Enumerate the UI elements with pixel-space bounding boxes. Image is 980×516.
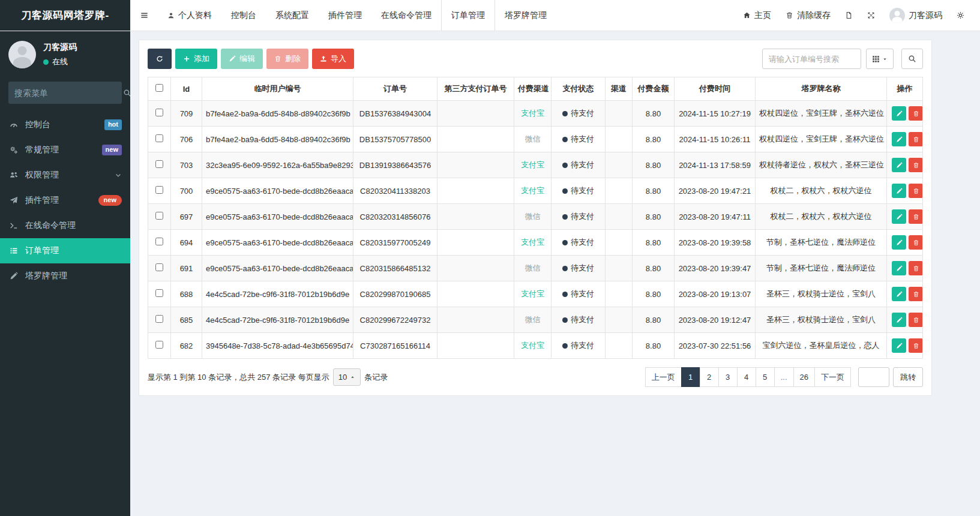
- cell-id: 700: [171, 178, 202, 204]
- sidebar-item-permission[interactable]: 权限管理: [0, 163, 130, 188]
- page-size-dropdown[interactable]: 10: [333, 368, 361, 386]
- user-menu[interactable]: 刀客源码: [882, 8, 949, 23]
- row-edit-button[interactable]: [892, 209, 906, 224]
- row-edit-button[interactable]: [892, 235, 906, 250]
- row-delete-button[interactable]: [909, 184, 923, 198]
- row-checkbox[interactable]: [155, 289, 163, 297]
- table-row: 706b7fe4ae2-ba9a-6dd5-84b8-d89402c36f9bD…: [148, 127, 923, 152]
- row-checkbox[interactable]: [155, 186, 163, 194]
- sidebar-user-name: 刀客源码: [43, 42, 77, 53]
- row-edit-button[interactable]: [892, 184, 906, 198]
- page-button-5[interactable]: 5: [756, 367, 775, 387]
- cell-temp-user-id: e9ce0575-aa63-6170-bede-dcd8b26eaaca: [202, 178, 353, 204]
- topnav-item-order[interactable]: 订单管理: [441, 0, 495, 31]
- page-button-1[interactable]: 1: [681, 367, 700, 387]
- row-checkbox[interactable]: [155, 238, 163, 245]
- cell-operations: [887, 307, 923, 333]
- trash-icon: [274, 55, 281, 62]
- jump-page-input[interactable]: [858, 367, 889, 387]
- row-checkbox[interactable]: [155, 315, 163, 323]
- row-delete-button[interactable]: [909, 106, 923, 121]
- page-button-3[interactable]: 3: [718, 367, 738, 387]
- row-delete-button[interactable]: [909, 313, 923, 327]
- menu-badge: new: [102, 145, 122, 155]
- search-button[interactable]: [901, 49, 923, 69]
- row-checkbox[interactable]: [155, 263, 163, 271]
- page-button-2[interactable]: 2: [700, 367, 719, 387]
- sidebar-item-console[interactable]: 控制台hot: [0, 112, 130, 137]
- select-all-checkbox[interactable]: [155, 84, 163, 92]
- table-header-row: Id临时用户编号订单号第三方支付订单号付费渠道支付状态渠道付费金额付费时间塔罗牌…: [148, 77, 923, 101]
- sidebar-item-label: 控制台: [25, 119, 98, 130]
- topnav-item-system-config[interactable]: 系统配置: [266, 0, 319, 31]
- row-edit-button[interactable]: [892, 261, 906, 275]
- refresh-button[interactable]: [148, 49, 172, 69]
- row-edit-button[interactable]: [892, 313, 906, 327]
- sidebar-item-online-command[interactable]: 在线命令管理: [0, 213, 130, 238]
- clear-cache-button[interactable]: 清除缓存: [778, 10, 838, 21]
- document-icon: [845, 11, 853, 19]
- row-edit-button[interactable]: [892, 338, 906, 353]
- cell-temp-user-id: e9ce0575-aa63-6170-bede-dcd8b26eaaca: [202, 204, 353, 230]
- row-delete-button[interactable]: [909, 287, 923, 301]
- topnav-item-profile[interactable]: 个人资料: [158, 0, 221, 31]
- row-delete-button[interactable]: [909, 235, 923, 250]
- hamburger-icon: [140, 11, 149, 20]
- sidebar-search-input[interactable]: [14, 88, 123, 98]
- row-edit-button[interactable]: [892, 106, 906, 121]
- sidebar-item-order[interactable]: 订单管理: [0, 238, 130, 263]
- row-checkbox[interactable]: [155, 109, 163, 116]
- cell-pay-status: 待支付: [552, 152, 606, 178]
- page-button-26[interactable]: 26: [793, 367, 815, 387]
- sidebar-item-plugin[interactable]: 插件管理new: [0, 188, 130, 213]
- refresh-icon: [156, 55, 163, 62]
- row-delete-button[interactable]: [909, 209, 923, 224]
- cell-temp-user-id: 3945648e-7d38-5c78-adad-4e3b65695d74: [202, 333, 353, 359]
- topnav-item-online-command[interactable]: 在线命令管理: [371, 0, 441, 31]
- status-label: 待支付: [571, 237, 594, 248]
- log-button[interactable]: [838, 11, 860, 19]
- row-edit-button[interactable]: [892, 287, 906, 301]
- topnav-item-console[interactable]: 控制台: [221, 0, 266, 31]
- page-button-4[interactable]: 4: [737, 367, 756, 387]
- search-icon[interactable]: [123, 89, 130, 97]
- topnav-items: 个人资料控制台系统配置插件管理在线命令管理订单管理塔罗牌管理: [158, 0, 556, 31]
- row-checkbox[interactable]: [155, 341, 163, 349]
- next-page-button[interactable]: 下一页: [814, 367, 851, 387]
- row-select-cell: [148, 307, 171, 333]
- caret-up-icon: [350, 374, 355, 380]
- row-delete-button[interactable]: [909, 132, 923, 146]
- row-checkbox[interactable]: [155, 134, 163, 142]
- add-button[interactable]: 添加: [175, 49, 217, 69]
- page-ellipsis: ...: [774, 367, 794, 387]
- row-checkbox[interactable]: [155, 160, 163, 168]
- row-delete-button[interactable]: [909, 338, 923, 353]
- row-delete-button[interactable]: [909, 261, 923, 275]
- table-row: 700e9ce0575-aa63-6170-bede-dcd8b26eaacaC…: [148, 178, 923, 204]
- sidebar-item-label: 插件管理: [25, 195, 92, 206]
- delete-button[interactable]: 删除: [266, 49, 308, 69]
- sidebar-item-general[interactable]: 常规管理new: [0, 137, 130, 163]
- row-delete-button[interactable]: [909, 158, 923, 172]
- row-checkbox[interactable]: [155, 212, 163, 220]
- cell-temp-user-id: b7fe4ae2-ba9a-6dd5-84b8-d89402c36f9b: [202, 127, 353, 152]
- jump-button[interactable]: 跳转: [893, 367, 923, 387]
- column-header: 渠道: [606, 77, 633, 101]
- row-edit-button[interactable]: [892, 158, 906, 172]
- prev-page-button[interactable]: 上一页: [645, 367, 682, 387]
- import-button[interactable]: 导入: [312, 49, 354, 69]
- cell-pay-status: 待支付: [552, 178, 606, 204]
- settings-button[interactable]: [949, 11, 972, 19]
- columns-dropdown-button[interactable]: [866, 49, 894, 69]
- row-edit-button[interactable]: [892, 132, 906, 146]
- fullscreen-button[interactable]: [860, 11, 882, 19]
- status-label: 待支付: [571, 314, 594, 325]
- topnav-item-plugin[interactable]: 插件管理: [319, 0, 371, 31]
- order-search-input[interactable]: [762, 49, 861, 69]
- topnav-item-tarot[interactable]: 塔罗牌管理: [495, 0, 556, 31]
- edit-button[interactable]: 编辑: [221, 49, 263, 69]
- home-button[interactable]: 主页: [736, 10, 778, 21]
- sidebar-item-tarot[interactable]: 塔罗牌管理: [0, 263, 130, 289]
- pencil-icon: [896, 214, 903, 220]
- sidebar-toggle-button[interactable]: [130, 0, 158, 31]
